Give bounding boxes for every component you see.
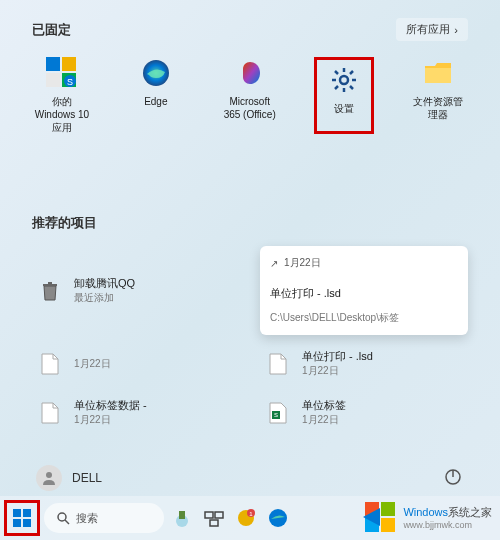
- taskbar-chat-icon[interactable]: 1: [232, 504, 260, 532]
- windows-logo-icon: [363, 500, 397, 534]
- rec-title: 卸载腾讯QQ: [74, 276, 135, 291]
- windows-icon: [12, 508, 32, 528]
- rec-title: 单位标签: [302, 398, 346, 413]
- recommended-title: 推荐的项目: [32, 214, 468, 232]
- svg-rect-2: [46, 73, 60, 87]
- rec-sub: 1月22日: [302, 413, 346, 427]
- app-tile-win10apps[interactable]: S 你的 Windows 10 应用: [32, 57, 92, 134]
- win10-apps-icon: S: [46, 57, 78, 89]
- svg-line-28: [65, 520, 69, 524]
- rec-item-uninstall-qq[interactable]: 卸载腾讯QQ 最近添加: [32, 246, 240, 335]
- popup-header: ↗ 1月22日: [270, 256, 321, 270]
- file-icon: [264, 350, 292, 378]
- rec-sub: 1月22日: [302, 364, 373, 378]
- svg-text:S: S: [274, 412, 278, 418]
- svg-rect-24: [23, 509, 31, 517]
- excel-file-icon: S: [264, 399, 292, 427]
- svg-text:S: S: [67, 77, 73, 87]
- app-tile-edge[interactable]: Edge: [126, 57, 186, 134]
- watermark-brand: Windows系统之家: [403, 505, 492, 520]
- svg-rect-26: [23, 519, 31, 527]
- app-label: 文件资源管理器: [408, 95, 468, 121]
- start-menu: 已固定 所有应用 › S 你的 Windows 10 应用 Edge Micro…: [10, 0, 490, 511]
- rec-item-file1[interactable]: 1月22日: [32, 343, 240, 384]
- search-icon: [56, 511, 70, 525]
- app-tile-m365[interactable]: Microsoft 365 (Office): [220, 57, 280, 134]
- gear-icon: [328, 64, 360, 96]
- popup-title: 单位打印 - .lsd: [270, 286, 341, 301]
- user-row: DELL: [32, 457, 468, 499]
- svg-rect-30: [179, 511, 185, 519]
- svg-rect-33: [210, 520, 218, 526]
- search-box[interactable]: 搜索: [44, 503, 164, 533]
- start-button[interactable]: [4, 500, 40, 536]
- rec-item-labeldata[interactable]: 单位标签数据 - 1月22日: [32, 392, 240, 433]
- svg-point-27: [58, 513, 66, 521]
- rec-item-print[interactable]: 单位打印 - .lsd 1月22日: [260, 343, 468, 384]
- file-icon: [36, 399, 64, 427]
- svg-rect-32: [215, 512, 223, 518]
- taskbar-taskview-icon[interactable]: [200, 504, 228, 532]
- file-icon: [36, 350, 64, 378]
- trash-icon: [36, 277, 64, 305]
- rec-item-label[interactable]: S 单位标签 1月22日: [260, 392, 468, 433]
- chevron-right-icon: ›: [454, 24, 458, 36]
- svg-rect-1: [62, 57, 76, 71]
- app-label: Edge: [144, 95, 167, 108]
- all-apps-button[interactable]: 所有应用 ›: [396, 18, 468, 41]
- svg-rect-41: [381, 518, 395, 532]
- power-button[interactable]: [444, 468, 464, 488]
- svg-rect-31: [205, 512, 213, 518]
- svg-line-15: [350, 71, 353, 74]
- svg-line-12: [335, 71, 338, 74]
- rec-item-popup[interactable]: ↗ 1月22日 单位打印 - .lsd C:\Users\DELL\Deskto…: [260, 246, 468, 335]
- rec-title: 单位打印 - .lsd: [302, 349, 373, 364]
- svg-line-14: [335, 86, 338, 89]
- svg-rect-23: [13, 509, 21, 517]
- app-tile-settings[interactable]: 设置: [314, 57, 375, 134]
- svg-point-7: [340, 76, 348, 84]
- watermark: Windows系统之家 www.bjjmwk.com: [363, 500, 492, 534]
- svg-point-20: [46, 472, 52, 478]
- rec-sub: 最近添加: [74, 291, 135, 305]
- pinned-header: 已固定 所有应用 ›: [32, 18, 468, 41]
- user-button[interactable]: DELL: [36, 465, 102, 491]
- external-link-icon: ↗: [270, 258, 278, 269]
- app-label: 设置: [334, 102, 354, 115]
- pinned-title: 已固定: [32, 21, 71, 39]
- popup-path: C:\Users\DELL\Desktop\标签: [270, 311, 399, 325]
- edge-icon: [140, 57, 172, 89]
- rec-title: 单位标签数据 -: [74, 398, 147, 413]
- app-label: Microsoft 365 (Office): [220, 95, 280, 121]
- rec-sub: 1月22日: [74, 413, 147, 427]
- folder-icon: [422, 57, 454, 89]
- svg-rect-16: [43, 284, 57, 286]
- m365-icon: [234, 57, 266, 89]
- popup-date: 1月22日: [284, 256, 321, 270]
- rec-sub: 1月22日: [74, 357, 111, 371]
- svg-rect-17: [48, 282, 52, 284]
- svg-rect-25: [13, 519, 21, 527]
- user-name: DELL: [72, 471, 102, 485]
- recommended-grid: 卸载腾讯QQ 最近添加 ↗ 1月22日 单位打印 - .lsd C:\Users…: [32, 246, 468, 433]
- app-tile-explorer[interactable]: 文件资源管理器: [408, 57, 468, 134]
- svg-rect-0: [46, 57, 60, 71]
- avatar-icon: [36, 465, 62, 491]
- taskbar-widget-icon[interactable]: [168, 504, 196, 532]
- search-placeholder: 搜索: [76, 511, 98, 526]
- svg-line-13: [350, 86, 353, 89]
- svg-rect-39: [381, 502, 395, 516]
- app-label: 你的 Windows 10 应用: [32, 95, 92, 134]
- pinned-grid: S 你的 Windows 10 应用 Edge Microsoft 365 (O…: [32, 57, 468, 134]
- watermark-url: www.bjjmwk.com: [403, 520, 472, 530]
- taskbar-edge-icon[interactable]: [264, 504, 292, 532]
